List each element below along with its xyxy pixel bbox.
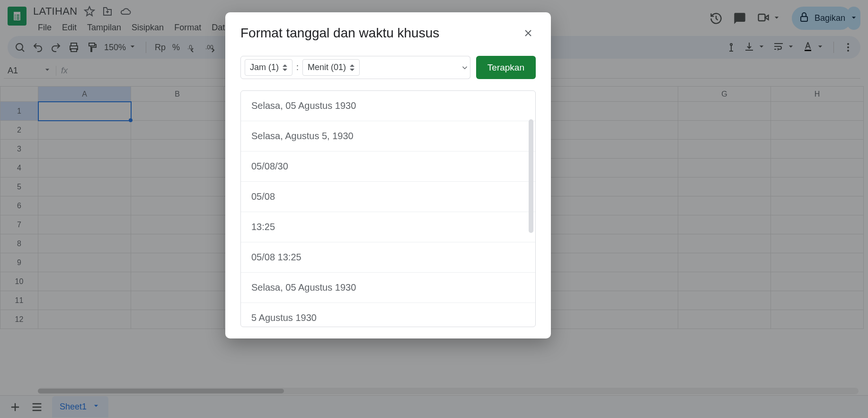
format-option[interactable]: Selasa, 05 Agustus 1930 [241,273,535,303]
token-separator: : [295,62,300,72]
apply-label: Terapkan [487,62,524,73]
stepper-icon[interactable] [283,64,287,71]
token-minute[interactable]: Menit (01) [302,59,360,76]
close-icon[interactable] [521,26,536,43]
token-hour-label: Jam (1) [250,62,279,72]
token-minute-label: Menit (01) [308,62,346,72]
add-token-dropdown[interactable] [460,56,470,79]
format-option[interactable]: 05/08 13:25 [241,242,535,273]
format-option[interactable]: 05/08 [241,182,535,212]
dialog-title: Format tanggal dan waktu khusus [240,26,439,41]
list-scrollbar[interactable] [529,119,533,233]
format-option[interactable]: 13:25 [241,212,535,242]
format-preset-list: Selasa, 05 Agustus 1930 Selasa, Agustus … [240,90,536,327]
token-hour[interactable]: Jam (1) [245,59,292,76]
apply-button[interactable]: Terapkan [476,56,536,79]
format-option[interactable]: 5 Agustus 1930 [241,303,535,327]
stepper-icon[interactable] [350,64,354,71]
format-option[interactable]: Selasa, 05 Agustus 1930 [241,91,535,121]
format-token-input[interactable]: Jam (1) : Menit (01) [240,56,470,79]
format-option[interactable]: Selasa, Agustus 5, 1930 [241,121,535,151]
format-option[interactable]: 05/08/30 [241,151,535,182]
custom-date-format-dialog: Format tanggal dan waktu khusus Jam (1) … [225,12,551,338]
